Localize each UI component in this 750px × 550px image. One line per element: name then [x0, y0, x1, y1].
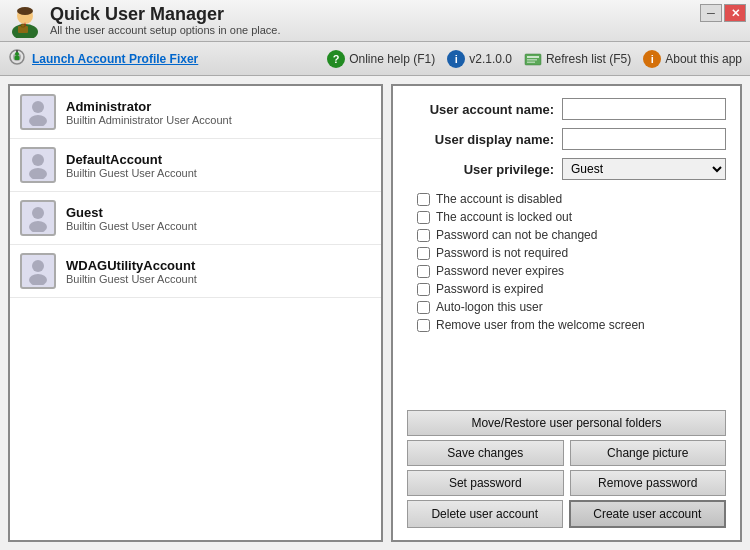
btn-row-3: Set password Remove password — [407, 470, 726, 496]
user-info: WDAGUtilityAccount Builtin Guest User Ac… — [66, 258, 197, 285]
svg-point-9 — [15, 52, 19, 56]
checkbox-cb3[interactable] — [417, 229, 430, 242]
delete-account-button[interactable]: Delete user account — [407, 500, 563, 528]
user-list-item[interactable]: WDAGUtilityAccount Builtin Guest User Ac… — [10, 245, 381, 298]
minimize-button[interactable]: ─ — [700, 4, 722, 22]
btn-row-2: Save changes Change picture — [407, 440, 726, 466]
user-name-label: WDAGUtilityAccount — [66, 258, 197, 273]
user-details-panel: User account name: User display name: Us… — [391, 84, 742, 542]
svg-rect-5 — [21, 24, 25, 27]
change-picture-button[interactable]: Change picture — [570, 440, 727, 466]
online-help-button[interactable]: ? Online help (F1) — [327, 50, 435, 68]
close-button[interactable]: ✕ — [724, 4, 746, 22]
svg-point-16 — [29, 115, 47, 126]
checkbox-cb2[interactable] — [417, 211, 430, 224]
svg-point-18 — [29, 168, 47, 179]
checkbox-cb4[interactable] — [417, 247, 430, 260]
refresh-icon — [524, 50, 542, 68]
user-avatar — [20, 94, 56, 130]
titlebar: Quick User Manager All the user account … — [0, 0, 750, 42]
display-name-row: User display name: — [407, 128, 726, 150]
user-list-item[interactable]: Administrator Builtin Administrator User… — [10, 86, 381, 139]
save-changes-button[interactable]: Save changes — [407, 440, 564, 466]
remove-password-button[interactable]: Remove password — [570, 470, 727, 496]
user-name-label: Administrator — [66, 99, 232, 114]
user-avatar — [20, 147, 56, 183]
privilege-row: User privilege: Guest Standard Administr… — [407, 158, 726, 180]
checkbox-cb1[interactable] — [417, 193, 430, 206]
checkbox-label-cb1: The account is disabled — [436, 192, 562, 206]
checkbox-row: Password never expires — [417, 264, 726, 278]
privilege-select[interactable]: Guest Standard Administrator — [562, 158, 726, 180]
svg-point-2 — [17, 7, 33, 15]
checkbox-row: Password is expired — [417, 282, 726, 296]
version-label: i v2.1.0.0 — [447, 50, 512, 68]
about-icon: i — [643, 50, 661, 68]
buttons-area: Move/Restore user personal folders Save … — [407, 410, 726, 528]
user-info: Administrator Builtin Administrator User… — [66, 99, 232, 126]
checkbox-row: Remove user from the welcome screen — [417, 318, 726, 332]
checkbox-row: Password can not be changed — [417, 228, 726, 242]
user-avatar — [20, 253, 56, 289]
btn-row-4: Delete user account Create user account — [407, 500, 726, 528]
account-name-label: User account name: — [407, 102, 562, 117]
refresh-list-button[interactable]: Refresh list (F5) — [524, 50, 631, 68]
create-account-button[interactable]: Create user account — [569, 500, 727, 528]
user-name-label: Guest — [66, 205, 197, 220]
user-desc-label: Builtin Guest User Account — [66, 220, 197, 232]
launch-profile-fixer-link[interactable]: Launch Account Profile Fixer — [32, 52, 198, 66]
checkbox-label-cb6: Password is expired — [436, 282, 543, 296]
account-name-input[interactable] — [562, 98, 726, 120]
checkbox-label-cb7: Auto-logon this user — [436, 300, 543, 314]
about-button[interactable]: i About this app — [643, 50, 742, 68]
checkbox-row: The account is locked out — [417, 210, 726, 224]
user-info: Guest Builtin Guest User Account — [66, 205, 197, 232]
user-name-label: DefaultAccount — [66, 152, 197, 167]
checkbox-cb6[interactable] — [417, 283, 430, 296]
account-name-row: User account name: — [407, 98, 726, 120]
user-desc-label: Builtin Guest User Account — [66, 273, 197, 285]
checkboxes-area: The account is disabled The account is l… — [407, 192, 726, 336]
app-subtitle: All the user account setup options in on… — [50, 24, 281, 36]
toolbar: Launch Account Profile Fixer ? Online he… — [0, 42, 750, 76]
svg-rect-12 — [527, 56, 539, 58]
checkbox-label-cb4: Password is not required — [436, 246, 568, 260]
set-password-button[interactable]: Set password — [407, 470, 564, 496]
user-list-item[interactable]: DefaultAccount Builtin Guest User Accoun… — [10, 139, 381, 192]
help-icon: ? — [327, 50, 345, 68]
toolbar-right: ? Online help (F1) i v2.1.0.0 Refresh li… — [327, 50, 742, 68]
toolbar-left: Launch Account Profile Fixer — [8, 48, 198, 69]
checkbox-cb5[interactable] — [417, 265, 430, 278]
svg-point-15 — [32, 101, 44, 113]
user-desc-label: Builtin Administrator User Account — [66, 114, 232, 126]
checkbox-row: Auto-logon this user — [417, 300, 726, 314]
info-icon: i — [447, 50, 465, 68]
app-title: Quick User Manager — [50, 5, 281, 25]
user-avatar — [20, 200, 56, 236]
window-controls: ─ ✕ — [700, 4, 746, 22]
svg-point-22 — [29, 274, 47, 285]
svg-rect-10 — [15, 56, 20, 60]
move-restore-button[interactable]: Move/Restore user personal folders — [407, 410, 726, 436]
app-title-group: Quick User Manager All the user account … — [50, 5, 281, 37]
checkbox-label-cb3: Password can not be changed — [436, 228, 597, 242]
svg-rect-14 — [527, 61, 535, 63]
svg-point-20 — [29, 221, 47, 232]
svg-point-17 — [32, 154, 44, 166]
svg-rect-13 — [527, 59, 537, 61]
display-name-label: User display name: — [407, 132, 562, 147]
checkbox-label-cb2: The account is locked out — [436, 210, 572, 224]
checkbox-cb8[interactable] — [417, 319, 430, 332]
checkbox-cb7[interactable] — [417, 301, 430, 314]
app-icon — [8, 4, 42, 38]
user-list-item[interactable]: Guest Builtin Guest User Account — [10, 192, 381, 245]
checkbox-row: The account is disabled — [417, 192, 726, 206]
display-name-input[interactable] — [562, 128, 726, 150]
svg-point-21 — [32, 260, 44, 272]
user-desc-label: Builtin Guest User Account — [66, 167, 197, 179]
user-info: DefaultAccount Builtin Guest User Accoun… — [66, 152, 197, 179]
user-list-panel: Administrator Builtin Administrator User… — [8, 84, 383, 542]
svg-point-19 — [32, 207, 44, 219]
checkbox-row: Password is not required — [417, 246, 726, 260]
wrench-icon — [8, 48, 26, 69]
